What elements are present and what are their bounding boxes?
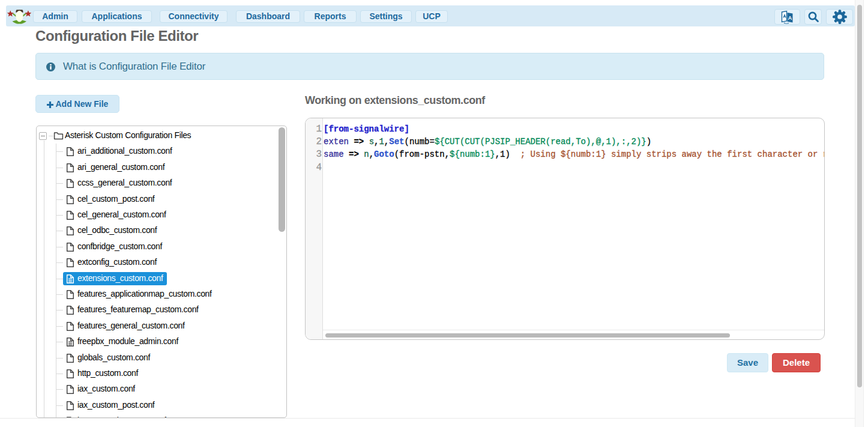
svg-text:A: A [788, 15, 792, 21]
